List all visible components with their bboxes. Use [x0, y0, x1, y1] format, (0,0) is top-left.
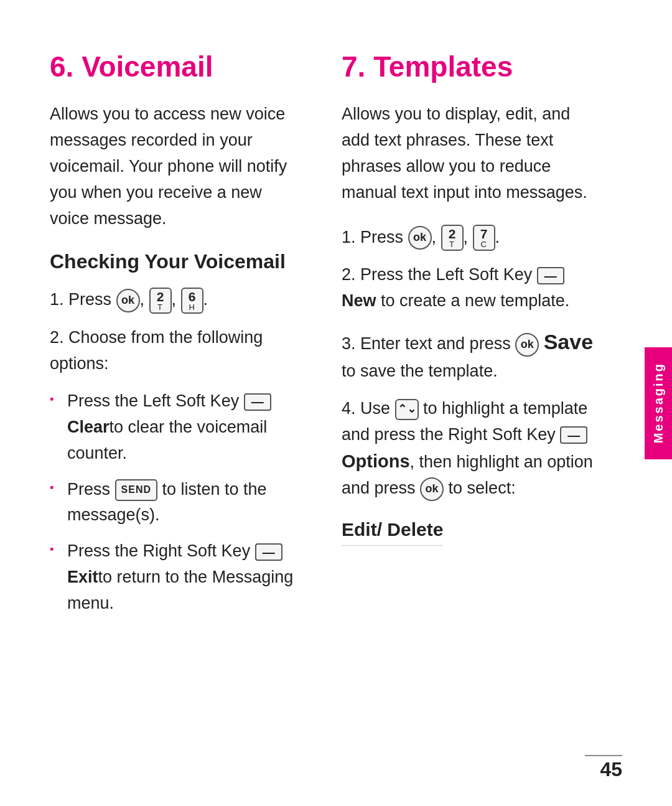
template-step4: 4. Use ⌃⌄ to highlight a template and pr…	[342, 396, 596, 502]
messaging-tab: Messaging	[645, 347, 672, 459]
checking-voicemail-subtitle: Checking Your Voicemail	[50, 250, 304, 273]
divider-line	[585, 755, 622, 756]
page-number: 45	[600, 758, 622, 781]
right-soft-key-2: —	[560, 426, 587, 444]
ok-key-t4: ok	[420, 477, 444, 501]
left-soft-key-2: —	[537, 267, 564, 284]
template-step1: 1. Press ok, 2T , 7C .	[342, 225, 596, 251]
right-sidebar: Messaging	[640, 0, 672, 806]
voicemail-title: 6. Voicemail	[50, 50, 304, 84]
template-step3: 3. Enter text and press ok Save to save …	[342, 326, 596, 385]
ok-key-v1: ok	[116, 289, 140, 312]
key-6h: 6H	[181, 288, 203, 314]
key-2t-r: 2T	[441, 225, 464, 251]
page-container: 6. Voicemail Allows you to access new vo…	[0, 0, 672, 806]
voicemail-bullet3: Press the Right Soft Key — Exitto return…	[50, 538, 304, 617]
left-column: 6. Voicemail Allows you to access new vo…	[50, 50, 304, 756]
left-soft-key-1: —	[244, 393, 271, 411]
templates-steps: 1. Press ok, 2T , 7C . 2. Press the Left…	[342, 225, 596, 502]
key-7c: 7C	[473, 225, 495, 251]
template-step2: 2. Press the Left Soft Key — New to crea…	[342, 262, 596, 314]
voicemail-bullet1: Press the Left Soft Key — Clearto clear …	[50, 388, 304, 467]
right-soft-key-1: —	[255, 543, 282, 561]
ok-key-t3: ok	[515, 333, 539, 357]
nav-key: ⌃⌄	[395, 399, 419, 420]
voicemail-steps: 1. Press ok, 2T , 6H . 2. Choose from th…	[50, 287, 304, 616]
edit-delete-label: Edit/ Delete	[342, 519, 443, 546]
voicemail-intro: Allows you to access new voice messages …	[50, 101, 304, 232]
voicemail-step1: 1. Press ok, 2T , 6H .	[50, 287, 304, 314]
templates-intro: Allows you to display, edit, and add tex…	[342, 101, 596, 205]
templates-title: 7. Templates	[342, 50, 596, 84]
right-column: 7. Templates Allows you to display, edit…	[342, 50, 596, 756]
key-2t: 2T	[149, 288, 172, 314]
content-area: 6. Voicemail Allows you to access new vo…	[0, 0, 640, 806]
send-key: SEND	[115, 479, 157, 501]
voicemail-bullet2: Press SEND to listen to the message(s).	[50, 477, 304, 529]
voicemail-step2: 2. Choose from the following options:	[50, 325, 304, 377]
ok-key-t1: ok	[408, 226, 432, 250]
sidebar-label: Messaging	[651, 362, 666, 443]
voicemail-bullets: Press the Left Soft Key — Clearto clear …	[50, 388, 304, 617]
